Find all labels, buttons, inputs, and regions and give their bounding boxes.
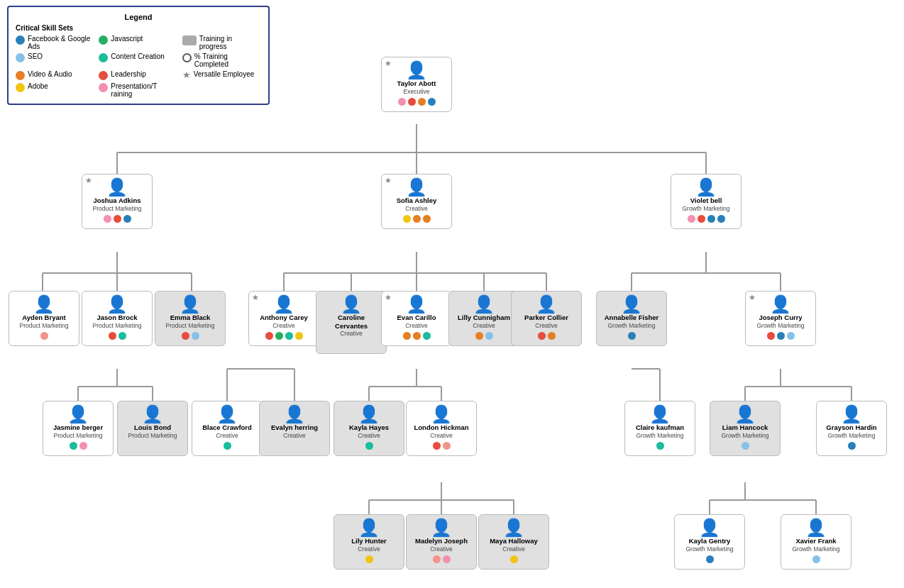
kayla-h-avatar: 👤: [358, 405, 380, 423]
node-taylor: ★ 👤 Taylor Abott Executive: [381, 57, 452, 112]
caroline-name: Caroline Cervantes: [321, 314, 381, 330]
sofia-dots: [403, 215, 431, 225]
emma-dots: [182, 332, 199, 342]
jason-name: Jason Brock: [97, 314, 137, 321]
node-lilly: 👤 Lilly Cunnigham Creative: [448, 291, 519, 346]
ayden-dots: [40, 332, 48, 342]
violet-avatar: 👤: [695, 178, 717, 196]
lilly-avatar: 👤: [473, 295, 495, 314]
louis-avatar: 👤: [142, 405, 163, 423]
madelyn-name: Madelyn Joseph: [415, 537, 468, 545]
annabelle-dept: Growth Marketing: [607, 322, 655, 329]
node-evalyn: 👤 Evalyn herring Creative: [259, 401, 330, 456]
node-xavier: 👤 Xavier Frank Growth Marketing: [781, 514, 851, 570]
lilly-name: Lilly Cunnigham: [458, 314, 510, 321]
sofia-name: Sofia Ashley: [397, 196, 437, 204]
louis-dept: Product Marketing: [128, 432, 177, 439]
node-kayla-g: 👤 Kayla Gentry Growth Marketing: [674, 514, 745, 570]
jason-avatar: 👤: [106, 295, 128, 314]
kayla-g-name: Kayla Gentry: [689, 537, 731, 545]
xavier-name: Xavier Frank: [795, 537, 836, 545]
evan-star: ★: [385, 293, 392, 302]
jason-dept: Product Marketing: [93, 322, 142, 329]
evan-avatar: 👤: [406, 295, 427, 314]
parker-dept: Creative: [535, 322, 558, 329]
parker-avatar: 👤: [536, 295, 557, 314]
violet-name: Violet bell: [690, 196, 722, 204]
maya-dept: Creative: [502, 545, 525, 553]
joshua-star: ★: [85, 176, 92, 185]
kayla-g-avatar: 👤: [699, 518, 720, 537]
node-kayla-h: 👤 Kayla Hayes Creative: [334, 401, 404, 456]
grayson-name: Grayson Hardin: [826, 423, 876, 431]
node-joseph: ★ 👤 Joseph Curry Growth Marketing: [745, 291, 816, 346]
london-name: London Hickman: [414, 423, 468, 431]
emma-avatar: 👤: [180, 295, 201, 314]
evan-name: Evan Carillo: [397, 314, 436, 321]
kayla-h-dots: [365, 442, 373, 452]
claire-dots: [656, 442, 664, 452]
node-louis: 👤 Louis Bond Product Marketing: [117, 401, 188, 456]
anthony-star: ★: [252, 293, 259, 302]
node-violet: 👤 Violet bell Growth Marketing: [671, 174, 742, 229]
jasmine-avatar: 👤: [67, 405, 89, 423]
node-maya: 👤 Maya Halloway Creative: [478, 514, 549, 570]
jasmine-dots: [70, 442, 87, 452]
joshua-name: Joshua Adkins: [93, 196, 140, 204]
joseph-dept: Growth Marketing: [756, 322, 804, 329]
caroline-dept: Creative: [340, 330, 363, 337]
anthony-avatar: 👤: [273, 295, 294, 314]
lily-h-dots: [365, 555, 373, 565]
joseph-dots: [767, 332, 795, 342]
blace-dots: [224, 442, 231, 452]
sofia-star: ★: [385, 176, 392, 185]
lilly-dots: [475, 332, 493, 342]
xavier-dept: Growth Marketing: [792, 545, 839, 553]
evan-dots: [403, 332, 431, 342]
claire-dept: Growth Marketing: [636, 432, 683, 439]
maya-name: Maya Halloway: [490, 537, 538, 545]
evalyn-name: Evalyn herring: [271, 423, 318, 431]
anthony-name: Anthony Carey: [260, 314, 308, 321]
node-evan: ★ 👤 Evan Carillo Creative: [381, 291, 452, 346]
kayla-g-dots: [706, 555, 714, 565]
kayla-h-dept: Creative: [358, 432, 380, 439]
grayson-dots: [848, 442, 856, 452]
ayden-avatar: 👤: [33, 295, 55, 314]
lily-h-avatar: 👤: [358, 518, 380, 537]
madelyn-dots: [433, 555, 451, 565]
caroline-avatar: 👤: [341, 295, 362, 314]
parker-dots: [538, 332, 556, 342]
kayla-h-name: Kayla Hayes: [349, 423, 389, 431]
jasmine-dept: Product Marketing: [54, 432, 103, 439]
ayden-dept: Product Marketing: [20, 322, 69, 329]
node-grayson: 👤 Grayson Hardin Growth Marketing: [816, 401, 887, 456]
sofia-dept: Creative: [405, 205, 428, 212]
blace-dept: Creative: [216, 432, 238, 439]
violet-dots: [688, 215, 725, 225]
ayden-name: Ayden Bryant: [22, 314, 65, 321]
node-annabelle: 👤 Annabelle Fisher Growth Marketing: [596, 291, 667, 346]
claire-name: Claire kaufman: [636, 423, 684, 431]
blace-name: Blace Crawford: [202, 423, 252, 431]
london-dots: [433, 442, 451, 452]
maya-dots: [510, 555, 518, 565]
claire-avatar: 👤: [649, 405, 671, 423]
taylor-name: Taylor Abott: [397, 79, 436, 87]
joseph-avatar: 👤: [770, 295, 791, 314]
liam-dots: [742, 442, 749, 452]
evalyn-avatar: 👤: [284, 405, 305, 423]
louis-name: Louis Bond: [134, 423, 171, 431]
lily-h-name: Lily Hunter: [351, 537, 387, 545]
node-london: 👤 London Hickman Creative: [406, 401, 477, 456]
joshua-avatar: 👤: [106, 178, 128, 196]
evalyn-dept: Creative: [283, 432, 306, 439]
lilly-dept: Creative: [473, 322, 495, 329]
joseph-name: Joseph Curry: [759, 314, 802, 321]
node-ayden: 👤 Ayden Bryant Product Marketing: [9, 291, 79, 346]
joshua-dept: Product Marketing: [93, 205, 142, 212]
node-sofia: ★ 👤 Sofia Ashley Creative: [381, 174, 452, 229]
madelyn-avatar: 👤: [431, 518, 452, 537]
madelyn-dept: Creative: [430, 545, 453, 553]
node-caroline: 👤 Caroline Cervantes Creative: [316, 291, 387, 354]
